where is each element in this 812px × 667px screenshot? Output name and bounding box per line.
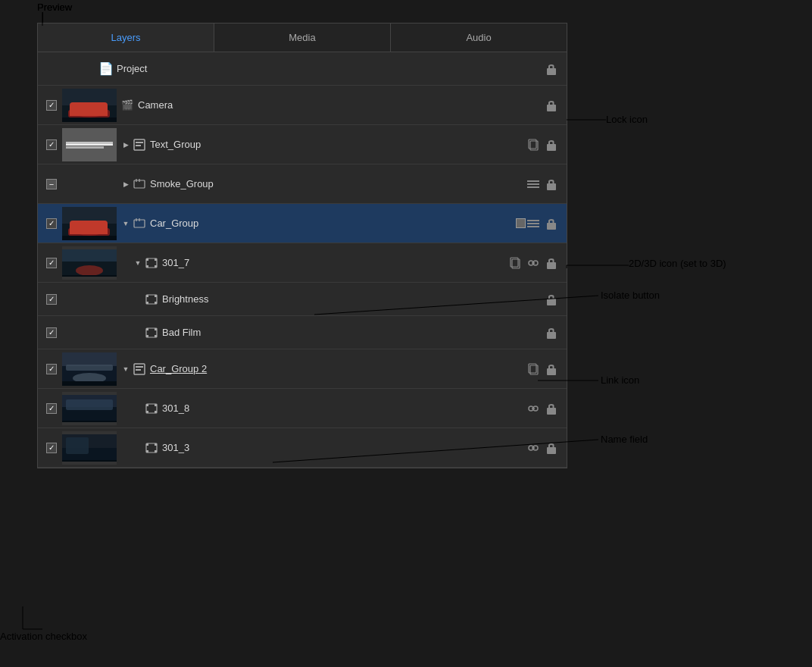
svg-rect-4 bbox=[68, 110, 110, 117]
301-7-right-icons bbox=[508, 255, 559, 271]
camera-name: Camera bbox=[138, 99, 544, 111]
svg-rect-47 bbox=[155, 295, 157, 297]
301-8-link-icon[interactable] bbox=[526, 401, 541, 416]
layer-row-301-7: 301_7 bbox=[38, 243, 567, 283]
svg-rect-71 bbox=[62, 392, 117, 395]
bad-film-icon bbox=[144, 325, 159, 340]
301-7-name: 301_7 bbox=[162, 257, 508, 268]
bad-film-lock-icon[interactable] bbox=[544, 325, 559, 340]
301-8-lock-icon[interactable] bbox=[544, 401, 559, 416]
301-3-lock-icon[interactable] bbox=[544, 440, 559, 456]
301-3-checkbox[interactable] bbox=[46, 443, 57, 453]
svg-rect-13 bbox=[136, 145, 141, 146]
annotation-isolate-label: Isolate button bbox=[601, 290, 660, 301]
smoke-group-name: Smoke_Group bbox=[150, 178, 526, 189]
svg-rect-45 bbox=[146, 295, 148, 297]
301-7-lock-icon[interactable] bbox=[544, 255, 559, 271]
smoke-group-icon bbox=[132, 177, 147, 192]
svg-rect-35 bbox=[62, 277, 117, 280]
svg-rect-20 bbox=[547, 183, 556, 190]
annotation-lock-label: Lock icon bbox=[606, 114, 648, 125]
svg-rect-48 bbox=[155, 302, 157, 304]
301-7-checkbox-area bbox=[41, 258, 62, 268]
layer-row-camera: 🎬 Camera bbox=[38, 86, 567, 125]
brightness-lock-icon[interactable] bbox=[544, 292, 559, 307]
text-group-lock-icon[interactable] bbox=[544, 137, 559, 152]
301-8-thumbnail bbox=[62, 392, 117, 425]
svg-rect-83 bbox=[62, 431, 117, 434]
svg-rect-81 bbox=[66, 437, 89, 454]
text-group-name: Text_Group bbox=[150, 139, 526, 150]
text-group-expand[interactable] bbox=[120, 139, 132, 151]
301-7-copy-icon[interactable] bbox=[508, 255, 523, 271]
svg-rect-6 bbox=[547, 105, 556, 111]
svg-rect-25 bbox=[62, 236, 117, 240]
camera-lock-icon[interactable] bbox=[544, 98, 559, 113]
project-lock-icon[interactable] bbox=[544, 61, 559, 77]
camera-right-icons bbox=[544, 98, 559, 113]
301-3-no-expand bbox=[132, 442, 144, 454]
project-right-icons bbox=[544, 61, 559, 77]
camera-icon: 🎬 bbox=[120, 98, 135, 113]
301-7-expand[interactable] bbox=[132, 257, 144, 269]
tab-media[interactable]: Media bbox=[214, 23, 391, 52]
svg-rect-63 bbox=[136, 369, 141, 371]
car-group-2-expand[interactable] bbox=[120, 363, 132, 375]
svg-rect-77 bbox=[155, 411, 157, 413]
camera-checkbox[interactable] bbox=[46, 100, 57, 111]
301-7-checkbox[interactable] bbox=[46, 258, 57, 268]
layer-row-car-group: Car_Group bbox=[38, 204, 567, 243]
svg-rect-59 bbox=[66, 365, 113, 371]
svg-rect-34 bbox=[62, 246, 117, 249]
301-8-film-icon bbox=[144, 401, 159, 416]
smoke-group-right-icons bbox=[526, 177, 559, 192]
301-8-checkbox[interactable] bbox=[46, 403, 57, 414]
bad-film-name: Bad Film bbox=[162, 327, 544, 338]
bad-film-checkbox[interactable] bbox=[46, 327, 57, 338]
car-group-2-copy-icon[interactable] bbox=[526, 362, 541, 377]
annotation-preview-label: Preview bbox=[37, 2, 72, 13]
car-group-isolate-button[interactable] bbox=[516, 218, 526, 228]
svg-rect-87 bbox=[146, 450, 148, 452]
text-group-checkbox-area bbox=[41, 139, 62, 150]
301-3-link-icon[interactable] bbox=[526, 440, 541, 456]
car-group-lock-icon[interactable] bbox=[544, 216, 559, 231]
tab-audio[interactable]: Audio bbox=[391, 23, 567, 52]
car-group-2-checkbox[interactable] bbox=[46, 364, 57, 374]
svg-rect-53 bbox=[155, 328, 157, 330]
301-7-link-icon[interactable] bbox=[526, 255, 541, 271]
smoke-group-expand[interactable] bbox=[120, 178, 132, 190]
svg-rect-16 bbox=[547, 144, 556, 151]
svg-rect-88 bbox=[155, 443, 157, 446]
bad-film-right-icons bbox=[544, 325, 559, 340]
text-group-right-icons bbox=[526, 137, 559, 152]
annotation-link-label: Link icon bbox=[601, 374, 639, 386]
car-group-3d-icon[interactable] bbox=[526, 216, 541, 231]
301-3-thumbnail bbox=[62, 431, 117, 465]
text-group-checkbox[interactable] bbox=[46, 139, 57, 150]
svg-point-23 bbox=[74, 224, 105, 236]
brightness-film-icon bbox=[144, 292, 159, 307]
smoke-group-lock-icon[interactable] bbox=[544, 177, 559, 192]
text-group-copy-icon[interactable] bbox=[526, 137, 541, 152]
brightness-right-icons bbox=[544, 292, 559, 307]
smoke-group-3d-icon[interactable] bbox=[526, 177, 541, 192]
svg-rect-89 bbox=[155, 450, 157, 452]
car-group-expand[interactable] bbox=[120, 218, 132, 230]
car-group-checkbox-area bbox=[41, 218, 62, 229]
301-7-thumbnail bbox=[62, 246, 117, 280]
svg-rect-51 bbox=[146, 328, 148, 330]
car-group-checkbox[interactable] bbox=[46, 218, 57, 229]
brightness-checkbox[interactable] bbox=[46, 294, 57, 305]
smoke-group-checkbox[interactable] bbox=[46, 179, 57, 189]
svg-rect-49 bbox=[547, 299, 556, 305]
tab-layers[interactable]: Layers bbox=[38, 23, 214, 52]
svg-rect-69 bbox=[66, 399, 113, 410]
car-group-2-lock-icon[interactable] bbox=[544, 362, 559, 377]
svg-rect-74 bbox=[146, 404, 148, 406]
car-group-2-name: Car_Group 2 bbox=[150, 363, 526, 374]
svg-rect-46 bbox=[146, 302, 148, 304]
svg-rect-5 bbox=[62, 117, 117, 122]
layer-row-brightness: Brightness bbox=[38, 283, 567, 316]
svg-rect-54 bbox=[155, 335, 157, 337]
